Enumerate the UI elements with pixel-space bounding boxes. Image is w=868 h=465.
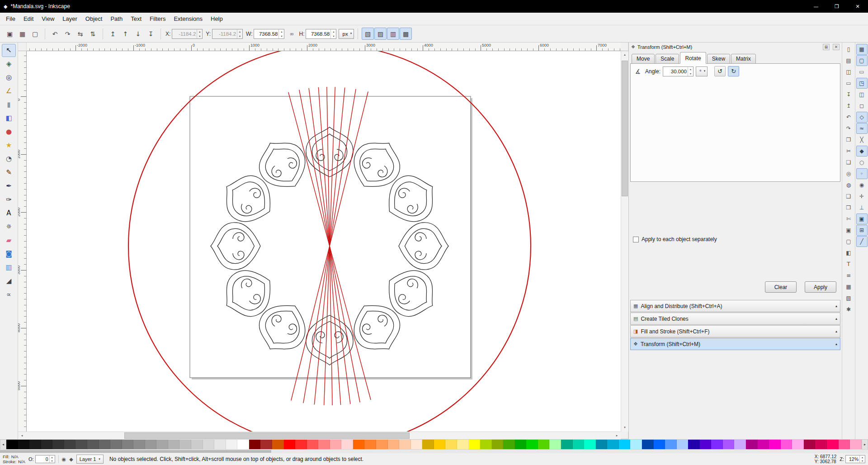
spin-up-icon[interactable]: ▴ xyxy=(279,29,284,34)
cut-button[interactable]: ✂ xyxy=(843,146,854,157)
palette-swatch[interactable] xyxy=(260,440,272,449)
zoom-to-drawing-button[interactable]: ◍ xyxy=(843,180,854,190)
palette-scrollbar[interactable] xyxy=(0,449,868,453)
palette-swatch[interactable] xyxy=(549,440,561,449)
export-image-button[interactable]: ↥ xyxy=(843,100,854,111)
snap-text-baselines-button[interactable]: ⊥ xyxy=(856,202,868,213)
rectangle-tool-button[interactable]: ▮ xyxy=(2,98,16,111)
dock-panel-tiled-clones[interactable]: ▤Create Tiled Clones▴ xyxy=(630,313,840,325)
spin-down-icon[interactable]: ▾ xyxy=(860,459,865,463)
snap-rotation-centers-button[interactable]: ✛ xyxy=(856,191,868,202)
deselect-button[interactable]: ▢ xyxy=(29,28,41,40)
palette-swatch[interactable] xyxy=(376,440,388,449)
spin-down-icon[interactable]: ▾ xyxy=(50,459,55,463)
snap-line-midpoints-button[interactable]: ◦ xyxy=(856,168,868,179)
dock-close-button[interactable]: ✕ xyxy=(833,44,840,50)
ellipse-tool-button[interactable]: ● xyxy=(2,125,16,138)
palette-swatch[interactable] xyxy=(492,440,504,449)
spin-down-icon[interactable]: ▾ xyxy=(688,71,693,76)
palette-swatch[interactable] xyxy=(665,440,677,449)
palette-swatch[interactable] xyxy=(607,440,619,449)
scale-stroke-width-button[interactable]: ▧ xyxy=(362,28,374,40)
tab-skew[interactable]: Skew xyxy=(707,54,730,64)
palette-swatch[interactable] xyxy=(457,440,469,449)
palette-swatch[interactable] xyxy=(677,440,689,449)
palette-swatch[interactable] xyxy=(364,440,376,449)
fill-value[interactable]: N/A xyxy=(11,454,19,459)
preferences-button[interactable]: ✱ xyxy=(843,304,854,315)
palette-scroll-right-icon[interactable]: ▸ xyxy=(862,440,868,449)
flip-vertical-button[interactable]: ⇅ xyxy=(87,28,99,40)
palette-swatch[interactable] xyxy=(654,440,665,449)
tab-scale[interactable]: Scale xyxy=(656,54,679,64)
palette-swatch[interactable] xyxy=(758,440,769,449)
rotate-cw-button[interactable]: ↻ xyxy=(728,66,739,76)
menu-file[interactable]: File xyxy=(2,14,19,24)
close-button[interactable]: ✕ xyxy=(847,0,868,13)
palette-scrollbar-thumb[interactable] xyxy=(0,450,271,453)
snap-object-centers-button[interactable]: ◉ xyxy=(856,180,868,190)
snap-paths-button[interactable]: ≈ xyxy=(856,123,868,134)
snap-bounding-box-button[interactable]: ▢ xyxy=(856,55,868,66)
menu-filters[interactable]: Filters xyxy=(146,14,170,24)
palette-swatch[interactable] xyxy=(295,440,307,449)
raise-button[interactable]: ↑ xyxy=(119,28,132,40)
apply-separately-row[interactable]: Apply to each object separately xyxy=(633,236,842,242)
bezier-tool-button[interactable]: ✒ xyxy=(2,180,16,193)
palette-swatch[interactable] xyxy=(792,440,804,449)
palette-swatch[interactable] xyxy=(29,440,41,449)
palette-swatch[interactable] xyxy=(434,440,446,449)
palette-swatch[interactable] xyxy=(330,440,342,449)
print-document-button[interactable]: ▭ xyxy=(843,78,854,89)
menu-help[interactable]: Help xyxy=(207,14,227,24)
palette-swatch[interactable] xyxy=(515,440,527,449)
snap-bbox-centers-button[interactable]: ◻ xyxy=(856,100,868,111)
menu-object[interactable]: Object xyxy=(81,14,107,24)
redo-button[interactable]: ↷ xyxy=(843,123,854,134)
palette-swatch[interactable] xyxy=(827,440,839,449)
palette-swatch[interactable] xyxy=(307,440,319,449)
palette-swatch[interactable] xyxy=(469,440,481,449)
spin-up-icon[interactable]: ▴ xyxy=(197,29,202,34)
palette-swatch[interactable] xyxy=(619,440,631,449)
palette-swatch[interactable] xyxy=(75,440,87,449)
angle-unit-dropdown[interactable]: ° ▾ xyxy=(696,66,708,76)
palette-swatch[interactable] xyxy=(133,440,145,449)
palette-swatch[interactable] xyxy=(526,440,538,449)
text-tool-button[interactable]: A xyxy=(2,207,16,220)
spin-down-icon[interactable]: ▾ xyxy=(237,34,242,38)
dock-iconify-button[interactable]: ⊞ xyxy=(823,44,830,50)
group-button[interactable]: ▣ xyxy=(843,225,854,236)
maximize-button[interactable]: ❐ xyxy=(826,0,847,13)
lock-ratio-icon[interactable]: ∞ xyxy=(287,29,297,39)
palette-swatch[interactable] xyxy=(226,440,238,449)
palette-swatch[interactable] xyxy=(711,440,723,449)
palette-swatch[interactable] xyxy=(6,440,18,449)
palette-swatch[interactable] xyxy=(584,440,596,449)
zoom-field[interactable]: ▴▾ xyxy=(845,455,865,463)
apply-button[interactable]: Apply xyxy=(805,281,836,293)
duplicate-button[interactable]: ❑ xyxy=(843,191,854,202)
height-field[interactable]: ▴▾ xyxy=(306,29,336,39)
dock-panel-transform[interactable]: ❖Transform (Shift+Ctrl+M)▴ xyxy=(630,338,840,350)
palette-swatch[interactable] xyxy=(284,440,296,449)
palette-swatch[interactable] xyxy=(630,440,642,449)
snap-nodes-button[interactable]: ◇ xyxy=(856,112,868,123)
palette-swatch[interactable] xyxy=(203,440,215,449)
spin-up-icon[interactable]: ▴ xyxy=(331,29,336,34)
move-gradients-button[interactable]: ▥ xyxy=(387,28,399,40)
palette-swatch[interactable] xyxy=(388,440,400,449)
palette-swatch[interactable] xyxy=(237,440,249,449)
rotate-90-cw-button[interactable]: ↷ xyxy=(61,28,74,40)
gradient-tool-button[interactable]: ▥ xyxy=(2,261,16,274)
palette-swatch[interactable] xyxy=(87,440,99,449)
palette-swatch[interactable] xyxy=(145,440,157,449)
top-ruler[interactable]: -2000-100001000200030004000500060007000 xyxy=(27,43,621,51)
palette-swatch[interactable] xyxy=(341,440,353,449)
palette-swatch[interactable] xyxy=(214,440,226,449)
palette-swatch[interactable] xyxy=(573,440,585,449)
minimize-button[interactable]: — xyxy=(806,0,826,13)
apply-separately-checkbox[interactable] xyxy=(633,237,639,242)
star-tool-button[interactable]: ★ xyxy=(2,139,16,152)
calligraphy-tool-button[interactable]: ✑ xyxy=(2,193,16,206)
